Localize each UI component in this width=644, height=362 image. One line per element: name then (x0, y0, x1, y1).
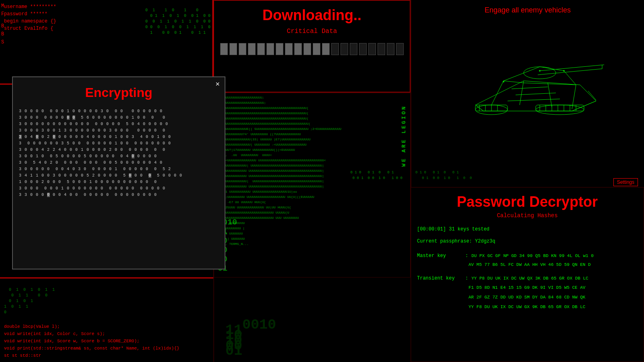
encrypting-title: Encrypting (13, 77, 225, 106)
matrix-numbers-topleft: 0 1 1 0 1 0 0 1 1 0 1 0 0 1 0 0 0 0 1 1 … (145, 2, 211, 41)
top-right-panel: Engage all enemy vehicles (411, 0, 644, 189)
master-key-value2: AV M5 77 B6 5L FC DW AA HH VH 46 5D 59 Q… (469, 261, 591, 269)
bottom-code-3: void write(int idx, Score w, Score b = S… (4, 337, 209, 345)
transient-key-row: Transient key : YY P8 DU UK IX DC UW QX … (417, 274, 638, 282)
progress-segment-9 (303, 43, 311, 55)
decryptor-content: [00:00:01] 31 keys tested Current passph… (411, 225, 644, 311)
bottom-left-panel: 0 1 0 1 0 1 1 0 1 1 0 0 0 1 0 1 1 0 1 1 … (0, 278, 213, 362)
progress-segment-13 (341, 43, 348, 55)
master-key-colon: : (465, 252, 468, 260)
grid-row-12: 3 0 0 0 0 0 0 1 0 0 0 0 0 0 0 0 0 0 0 0 … (19, 185, 219, 192)
svg-line-9 (572, 85, 576, 109)
enemy-vehicles-text: Engage all enemy vehicles (411, 0, 644, 21)
progress-segment-6 (276, 43, 283, 55)
svg-point-34 (503, 81, 504, 82)
middle-center-panel: :3UUUUUUUUUUUUUUUUUUUUUU; 7UUUUUUUUUUUUU… (213, 93, 411, 278)
legion-text: WE ARE LEGION (401, 105, 407, 167)
grid-row-2: 3 0 0 0 0 0 0 0 0 0 0 0 0 0 0 0 0 0 5 0 … (19, 121, 219, 128)
master-key-value: DU PX GC GF NP GD 34 90 Q5 BD KN 99 4L O… (471, 252, 594, 260)
grid-row-7: 3 0 0 1 0 0 5 0 0 0 0 5 0 0 0 0 0 0 4 0 … (19, 153, 219, 160)
svg-point-11 (536, 105, 584, 115)
grid-row-11: 1 0 0 0 2 0 0 0 5 0 0 0 1 0 0 0 0 0 0 0 … (19, 179, 219, 185)
master-key-label: Master key (417, 252, 465, 260)
bottom-code-1: double lbcp(Value l); (4, 323, 209, 330)
grid-row-5: 3 0 0 0 0 0 0 3 5 0 0 0 0 0 0 0 1 0 0 0 … (19, 140, 219, 147)
progress-segment-19 (396, 43, 404, 55)
encrypting-modal: × Encrypting 3 0 0 0 0 0 0 0 1 0 0 0 0 0… (12, 76, 225, 269)
progress-segment-1 (229, 43, 237, 55)
progress-segment-17 (378, 43, 385, 55)
downloading-panel: Downloading.. Critical Data (213, 0, 411, 93)
progress-segment-18 (387, 43, 394, 55)
mid-right-matrix: 0 1 0 0 1 0 0 1 0 0 1 0 0 1 0 1 0 0 (350, 164, 402, 181)
bottom-matrix-nums: 0 1 0 1 0 1 1 0 1 1 0 0 0 1 0 1 1 0 1 1 … (4, 282, 209, 321)
keys-tested: [00:00:01] 31 keys tested (417, 225, 638, 234)
current-passphrase: Current passphrase: Y2dgz3q (417, 237, 638, 246)
svg-line-6 (491, 81, 504, 105)
bottom-center-watermark: 00101110100001 (225, 317, 276, 354)
vehicle-wireframe (451, 45, 604, 125)
grid-row-0: 3 0 0 0 0 0 0 0 1 0 0 0 0 0 3 0 0 0 0 0 … (19, 108, 219, 115)
transient-line2: F1 D5 8D N1 E4 15 15 G9 DK 9I VI D5 W5 C… (469, 283, 638, 292)
transient-line4: YY F8 DU UK IX DC UW GX 9K DB 65 GR OX D… (469, 302, 638, 311)
progress-segment-7 (285, 43, 293, 55)
close-button[interactable]: × (215, 80, 220, 88)
top-left-panel: username ********* password ****** begin… (0, 0, 213, 84)
master-key-row2: AV M5 77 B6 5L FC DW AA HH VH 46 5D 59 Q… (417, 261, 638, 269)
master-key-row: Master key : DU PX GC GF NP GD 34 90 Q5 … (417, 252, 638, 260)
divider-h1 (213, 93, 411, 93)
progress-segment-12 (331, 43, 339, 55)
settings-button[interactable]: Settings (613, 178, 638, 186)
svg-point-33 (563, 70, 565, 72)
bottom-code-5: st st std::str (4, 352, 209, 359)
progress-segment-4 (257, 43, 265, 55)
bottom-code-lines: double lbcp(Value l); void write(int idx… (4, 323, 209, 359)
grid-row-6: 3 0 0 0 4 2 2 4 0 0 0 1 0 0 0 0 2 0 0 0 … (19, 147, 219, 153)
transient-line3: AR 2F GZ 7Z DD UD KD SM DY DA 84 68 CD N… (469, 293, 638, 302)
grid-row-4: 3 0 4 0 0 2 0 0 0 0 0 0 4 0 0 0 0 1 0 0 … (19, 134, 219, 140)
progress-segment-2 (239, 43, 246, 55)
svg-rect-13 (536, 105, 584, 111)
calculating-hashes: Calculating Hashes (411, 212, 644, 219)
progress-segment-3 (248, 43, 256, 55)
grid-row-10: 3 4 1 1 0 0 3 0 0 0 0 0 5 2 0 0 0 0 5 0 … (19, 173, 219, 179)
decryptor-title: Password Decryptor (411, 187, 644, 212)
progress-segment-5 (266, 43, 274, 55)
bottom-code-2: void write(int idx, Color c, Score s); (4, 330, 209, 337)
downloading-title: Downloading.. (220, 7, 404, 24)
svg-line-3 (538, 69, 602, 75)
progress-segment-15 (359, 43, 367, 55)
grid-row-13: 3 3 0 0 0 0 0 0 4 0 0 0 0 0 0 0 0 0 0 0 … (19, 192, 219, 198)
vehicle-display (411, 21, 644, 149)
divider-h2 (411, 187, 644, 188)
svg-line-28 (580, 85, 594, 99)
svg-line-27 (508, 99, 560, 101)
svg-point-32 (539, 70, 541, 72)
matrix-right-bottom: 0 1 0 0 1 0 0 1 0 1 0 0 1 0 1 0 0 (415, 164, 472, 181)
transient-key-value: YY P8 DU UK IX DC UW QX 3K DB 65 GR OX D… (471, 274, 588, 282)
critical-data-label: Critical Data (220, 28, 404, 35)
progress-segment-11 (322, 43, 330, 55)
grid-row-8: 3 0 5 4 0 2 0 0 0 0 0 0 0 0 0 5 0 0 0 0 … (19, 160, 219, 166)
progress-segment-0 (220, 43, 228, 55)
progress-segment-8 (294, 43, 302, 55)
progress-segment-16 (368, 43, 376, 55)
encryption-grid: 3 0 0 0 0 0 0 0 1 0 0 0 0 0 3 0 0 0 0 0 … (13, 106, 225, 200)
progress-segment-14 (350, 43, 357, 55)
password-decryptor-panel: Password Decryptor Calculating Hashes [0… (411, 187, 644, 362)
svg-line-25 (512, 87, 548, 89)
transient-key-colon: : (465, 274, 468, 282)
grid-row-3: 3 0 0 0 3 0 0 1 3 0 0 0 0 0 0 0 3 0 0 0 … (19, 128, 219, 134)
svg-point-5 (524, 67, 556, 79)
grid-row-9: 3 0 0 0 0 0 0 0 4 0 3 0 0 0 0 0 1 0 0 0 … (19, 166, 219, 173)
svg-line-8 (548, 83, 552, 107)
transient-key-row2: F1 D5 8D N1 E4 15 15 G9 DK 9I VI D5 W5 C… (417, 283, 638, 311)
bottom-code-4: void print(std::stringstream& ss, const … (4, 345, 209, 352)
svg-line-29 (588, 91, 596, 100)
progress-segment-10 (313, 43, 320, 55)
transient-key-label: Transient key (417, 274, 465, 282)
svg-line-7 (520, 81, 524, 105)
divider-right (411, 0, 411, 362)
left-code-labels: MF BBS (1, 2, 4, 46)
grid-row-1: 3 0 0 0 0 0 0 0 0 0 5 6 0 0 0 0 0 0 0 1 … (19, 115, 219, 121)
